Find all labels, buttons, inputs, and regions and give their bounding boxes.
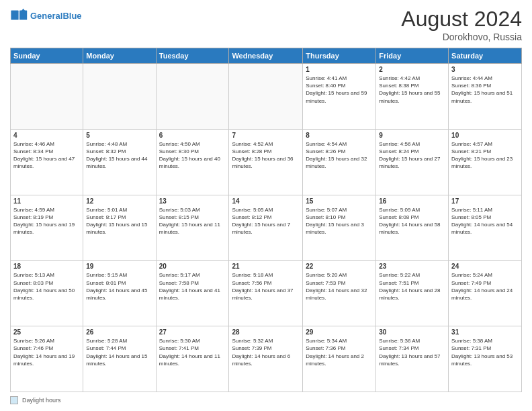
calendar-header-cell: Sunday (11, 48, 83, 64)
day-number: 13 (159, 197, 226, 205)
day-number: 29 (306, 328, 373, 336)
calendar-cell (11, 64, 83, 130)
calendar-cell: 31Sunrise: 5:38 AM Sunset: 7:31 PM Dayli… (449, 326, 522, 392)
day-info: Sunrise: 5:24 AM Sunset: 7:49 PM Dayligh… (451, 271, 519, 302)
calendar-cell: 27Sunrise: 5:30 AM Sunset: 7:41 PM Dayli… (156, 326, 229, 392)
calendar-cell: 13Sunrise: 5:03 AM Sunset: 8:15 PM Dayli… (156, 195, 229, 261)
calendar-cell: 29Sunrise: 5:34 AM Sunset: 7:36 PM Dayli… (303, 326, 376, 392)
day-number: 27 (159, 328, 226, 336)
calendar-cell: 20Sunrise: 5:17 AM Sunset: 7:58 PM Dayli… (156, 261, 229, 326)
day-number: 15 (306, 197, 373, 205)
legend-label: Daylight hours (22, 397, 61, 404)
calendar-header-row: SundayMondayTuesdayWednesdayThursdayFrid… (11, 48, 522, 64)
day-number: 28 (232, 328, 300, 336)
calendar-cell: 8Sunrise: 4:54 AM Sunset: 8:26 PM Daylig… (303, 129, 376, 195)
day-info: Sunrise: 5:26 AM Sunset: 7:46 PM Dayligh… (13, 337, 80, 367)
day-info: Sunrise: 4:56 AM Sunset: 8:24 PM Dayligh… (379, 140, 445, 171)
calendar-header-cell: Monday (83, 48, 156, 64)
logo-text: GeneralBlue (30, 11, 82, 21)
calendar-cell: 3Sunrise: 4:44 AM Sunset: 8:36 PM Daylig… (449, 64, 522, 130)
day-info: Sunrise: 5:01 AM Sunset: 8:17 PM Dayligh… (86, 206, 152, 236)
calendar-cell: 6Sunrise: 4:50 AM Sunset: 8:30 PM Daylig… (156, 129, 229, 195)
title-block: August 2024 Dorokhovo, Russia (401, 7, 522, 42)
page-header: GeneralBlue August 2024 Dorokhovo, Russi… (10, 7, 522, 42)
calendar-cell: 2Sunrise: 4:42 AM Sunset: 8:38 PM Daylig… (376, 64, 449, 130)
day-info: Sunrise: 4:59 AM Sunset: 8:19 PM Dayligh… (13, 206, 80, 236)
calendar-cell: 23Sunrise: 5:22 AM Sunset: 7:51 PM Dayli… (376, 261, 449, 326)
day-number: 24 (451, 263, 519, 270)
logo-icon (10, 7, 29, 26)
calendar-cell: 4Sunrise: 4:46 AM Sunset: 8:34 PM Daylig… (11, 129, 83, 195)
day-info: Sunrise: 5:05 AM Sunset: 8:12 PM Dayligh… (232, 206, 300, 236)
day-info: Sunrise: 4:48 AM Sunset: 8:32 PM Dayligh… (86, 140, 152, 171)
calendar-week-row: 1Sunrise: 4:41 AM Sunset: 8:40 PM Daylig… (11, 64, 522, 130)
day-number: 12 (86, 197, 152, 205)
calendar-cell (83, 64, 156, 130)
calendar-week-row: 18Sunrise: 5:13 AM Sunset: 8:03 PM Dayli… (11, 261, 522, 326)
day-info: Sunrise: 5:07 AM Sunset: 8:10 PM Dayligh… (306, 206, 373, 236)
day-number: 6 (159, 132, 226, 139)
day-number: 19 (86, 263, 152, 270)
day-number: 20 (159, 263, 226, 270)
day-info: Sunrise: 5:20 AM Sunset: 7:53 PM Dayligh… (306, 271, 373, 302)
day-info: Sunrise: 4:52 AM Sunset: 8:28 PM Dayligh… (232, 140, 300, 171)
logo: GeneralBlue (10, 7, 82, 26)
calendar-cell: 28Sunrise: 5:32 AM Sunset: 7:39 PM Dayli… (229, 326, 303, 392)
calendar-week-row: 25Sunrise: 5:26 AM Sunset: 7:46 PM Dayli… (11, 326, 522, 392)
day-number: 1 (306, 66, 373, 73)
day-info: Sunrise: 5:03 AM Sunset: 8:15 PM Dayligh… (159, 206, 226, 236)
day-number: 3 (451, 66, 519, 73)
day-number: 30 (379, 328, 445, 336)
day-info: Sunrise: 5:11 AM Sunset: 8:05 PM Dayligh… (451, 206, 519, 236)
calendar-cell: 30Sunrise: 5:36 AM Sunset: 7:34 PM Dayli… (376, 326, 449, 392)
day-info: Sunrise: 4:46 AM Sunset: 8:34 PM Dayligh… (13, 140, 80, 171)
day-info: Sunrise: 5:30 AM Sunset: 7:41 PM Dayligh… (159, 337, 226, 367)
day-number: 18 (13, 263, 80, 270)
calendar-cell: 12Sunrise: 5:01 AM Sunset: 8:17 PM Dayli… (83, 195, 156, 261)
day-number: 22 (306, 263, 373, 270)
calendar-header-cell: Wednesday (229, 48, 303, 64)
day-info: Sunrise: 5:09 AM Sunset: 8:08 PM Dayligh… (379, 206, 445, 236)
day-number: 14 (232, 197, 300, 205)
calendar-cell: 18Sunrise: 5:13 AM Sunset: 8:03 PM Dayli… (11, 261, 83, 326)
day-number: 10 (451, 132, 519, 139)
day-info: Sunrise: 5:13 AM Sunset: 8:03 PM Dayligh… (13, 271, 80, 302)
calendar-table: SundayMondayTuesdayWednesdayThursdayFrid… (10, 48, 522, 392)
day-info: Sunrise: 5:34 AM Sunset: 7:36 PM Dayligh… (306, 337, 373, 367)
day-info: Sunrise: 5:36 AM Sunset: 7:34 PM Dayligh… (379, 337, 445, 367)
day-number: 26 (86, 328, 152, 336)
day-number: 31 (451, 328, 519, 336)
day-info: Sunrise: 4:50 AM Sunset: 8:30 PM Dayligh… (159, 140, 226, 171)
calendar-cell: 17Sunrise: 5:11 AM Sunset: 8:05 PM Dayli… (449, 195, 522, 261)
calendar-cell (156, 64, 229, 130)
calendar-header-cell: Friday (376, 48, 449, 64)
day-info: Sunrise: 4:57 AM Sunset: 8:21 PM Dayligh… (451, 140, 519, 171)
calendar-cell: 24Sunrise: 5:24 AM Sunset: 7:49 PM Dayli… (449, 261, 522, 326)
day-info: Sunrise: 5:28 AM Sunset: 7:44 PM Dayligh… (86, 337, 152, 367)
calendar-cell: 21Sunrise: 5:18 AM Sunset: 7:56 PM Dayli… (229, 261, 303, 326)
day-number: 11 (13, 197, 80, 205)
day-number: 2 (379, 66, 445, 73)
calendar-cell: 10Sunrise: 4:57 AM Sunset: 8:21 PM Dayli… (449, 129, 522, 195)
calendar-header-cell: Tuesday (156, 48, 229, 64)
calendar-cell: 15Sunrise: 5:07 AM Sunset: 8:10 PM Dayli… (303, 195, 376, 261)
day-info: Sunrise: 4:44 AM Sunset: 8:36 PM Dayligh… (451, 75, 519, 105)
calendar-cell: 22Sunrise: 5:20 AM Sunset: 7:53 PM Dayli… (303, 261, 376, 326)
calendar-cell: 25Sunrise: 5:26 AM Sunset: 7:46 PM Dayli… (11, 326, 83, 392)
location: Dorokhovo, Russia (401, 32, 522, 42)
day-number: 25 (13, 328, 80, 336)
logo-line2: Blue (62, 11, 81, 21)
day-number: 17 (451, 197, 519, 205)
day-number: 8 (306, 132, 373, 139)
footer: Daylight hours (10, 396, 522, 404)
calendar-cell: 14Sunrise: 5:05 AM Sunset: 8:12 PM Dayli… (229, 195, 303, 261)
day-info: Sunrise: 5:17 AM Sunset: 7:58 PM Dayligh… (159, 271, 226, 302)
day-info: Sunrise: 5:32 AM Sunset: 7:39 PM Dayligh… (232, 337, 300, 367)
day-number: 5 (86, 132, 152, 139)
calendar-header-cell: Thursday (303, 48, 376, 64)
day-info: Sunrise: 4:54 AM Sunset: 8:26 PM Dayligh… (306, 140, 373, 171)
logo-line1: General (30, 11, 62, 21)
calendar-cell (229, 64, 303, 130)
day-info: Sunrise: 4:42 AM Sunset: 8:38 PM Dayligh… (379, 75, 445, 105)
calendar-week-row: 11Sunrise: 4:59 AM Sunset: 8:19 PM Dayli… (11, 195, 522, 261)
